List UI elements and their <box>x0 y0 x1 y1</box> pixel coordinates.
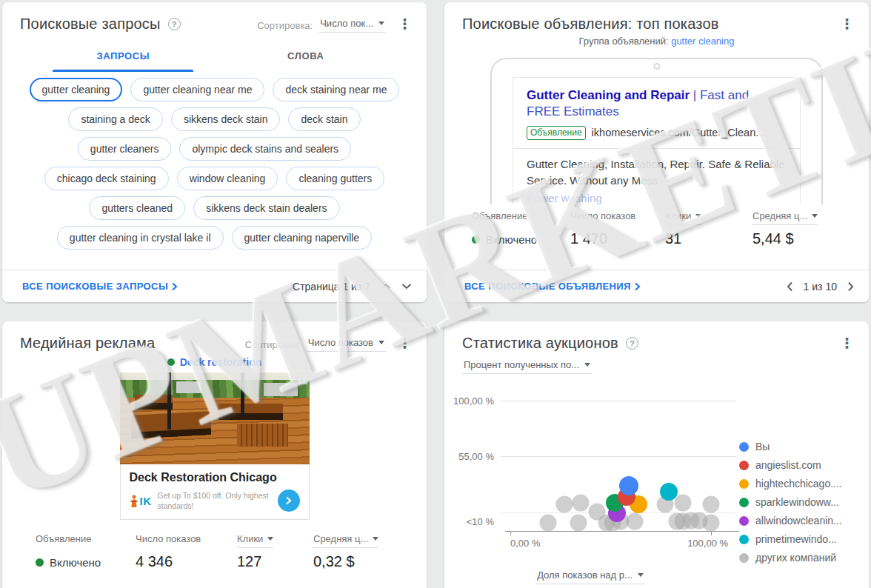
stat-header-ad: Объявление <box>36 533 136 549</box>
help-icon[interactable]: ? <box>626 337 638 350</box>
legend-item: allwindowcleanin... <box>739 515 842 527</box>
display-ad-preview[interactable]: i Deck Restoration Chicago IK Get up To … <box>120 372 310 520</box>
tabs: ЗАПРОСЫ СЛОВА <box>2 41 427 72</box>
arrow-right-icon <box>285 496 292 505</box>
query-chip[interactable]: staining a deck <box>68 107 162 131</box>
search-ad-preview: Gutter Cleaning and Repair | Fast and FR… <box>513 77 801 204</box>
query-chip[interactable]: deck staining near me <box>273 78 399 101</box>
photo-planter <box>176 381 201 393</box>
impressions-value: 1 470 <box>570 230 665 247</box>
kebab-menu-icon[interactable]: ⋮ <box>835 16 858 33</box>
chevron-right-icon[interactable] <box>847 281 854 292</box>
ad-group-link[interactable]: Deck restoration <box>180 356 261 368</box>
legend-label: primetimewindo... <box>755 533 837 545</box>
display-ads-card: Медийная реклама Сортировка: Число показ… <box>2 321 427 588</box>
legend-dot <box>739 461 749 470</box>
scatter-bubble <box>703 515 720 532</box>
legend-item: primetimewindo... <box>739 533 842 545</box>
avg-cost-value: 5,44 $ <box>752 230 858 247</box>
scatter-bubble <box>556 496 573 513</box>
clicks-column-dropdown[interactable]: Клики <box>237 533 273 548</box>
legend-dot <box>739 498 749 507</box>
search-queries-card: Поисковые запросы ? Сортировка: Число по… <box>2 2 427 302</box>
photo-planter <box>264 383 298 396</box>
sort-dropdown[interactable]: Число показов <box>307 337 386 352</box>
ad-headline[interactable]: Gutter Cleaning and Repair | Fast and FR… <box>527 87 782 121</box>
sort-dropdown[interactable]: Число пок... <box>318 18 386 33</box>
caret-down-icon <box>812 214 818 218</box>
stats-row: Объявление Включено Число показов 4 346 … <box>2 527 427 570</box>
legend-item: sparklewindoww... <box>739 496 842 508</box>
query-chip[interactable]: gutter cleaning in crystal lake il <box>57 226 224 250</box>
avg-cost-column-dropdown[interactable]: Средняя ц... <box>752 210 818 225</box>
card-title: Поисковые запросы <box>20 16 161 33</box>
y-tick-label: 55,00 % <box>458 451 494 462</box>
avg-cost-column-dropdown[interactable]: Средняя ц... <box>313 533 378 548</box>
x-axis-dropdown[interactable]: Доля показов над р... <box>535 569 645 584</box>
kebab-menu-icon[interactable]: ⋮ <box>835 335 858 352</box>
y-tick-label: 100,00 % <box>453 395 494 407</box>
gridline-100 <box>501 401 736 401</box>
divider <box>513 148 800 149</box>
chevron-right-icon <box>634 282 641 291</box>
legend-dot <box>739 479 749 489</box>
query-chip[interactable]: gutter cleaners <box>78 137 172 161</box>
legend-label: других компаний <box>755 552 836 564</box>
query-chip[interactable]: window cleaning <box>177 167 278 190</box>
all-search-queries-link[interactable]: ВСЕ ПОИСКОВЫЕ ЗАПРОСЫ <box>22 281 293 292</box>
query-chip[interactable]: sikkens deck stain <box>171 107 281 131</box>
help-icon[interactable]: ? <box>168 18 181 30</box>
ad-group-line: Deck restoration <box>2 356 427 368</box>
query-chip[interactable]: olympic deck stains and sealers <box>179 137 351 161</box>
query-chip[interactable]: sikkens deck stain dealers <box>193 196 339 220</box>
caret-down-icon <box>638 573 644 577</box>
clicks-value: 127 <box>237 553 313 570</box>
query-chip[interactable]: cleaning gutters <box>286 167 384 190</box>
ad-badge: Объявление <box>527 126 586 140</box>
chevron-left-icon[interactable] <box>787 281 793 292</box>
query-chip[interactable]: gutter cleaning <box>30 78 123 101</box>
tab-words[interactable]: СЛОВА <box>215 41 398 72</box>
ik-logo: IK <box>130 495 152 507</box>
deck-photo: i <box>120 372 310 464</box>
tab-queries[interactable]: ЗАПРОСЫ <box>32 41 215 72</box>
query-chip[interactable]: chicago deck staining <box>44 167 169 190</box>
metric-dropdown[interactable]: Процент полученных по... <box>462 359 592 374</box>
chevron-down-icon[interactable] <box>401 283 412 290</box>
query-chip[interactable]: deck stain <box>288 107 360 131</box>
chevron-right-icon <box>171 282 178 291</box>
legend-label: hightechchicago.... <box>755 478 842 490</box>
kebab-menu-icon[interactable]: ⋮ <box>393 335 416 352</box>
ad-group-line: Группа объявлений: gutter cleaning <box>444 36 869 47</box>
card-header: Поисковые запросы ? Сортировка: Число по… <box>2 2 427 33</box>
display-ad-panel: Deck Restoration Chicago IK Get up To $1… <box>120 464 310 520</box>
caret-down-icon <box>373 537 378 541</box>
card-title: Статистика аукционов <box>462 335 618 352</box>
adchoices-icon[interactable]: i <box>298 375 307 384</box>
ad-group-link[interactable]: gutter cleaning <box>671 36 734 47</box>
legend-label: angieslist.com <box>755 459 821 471</box>
ad-sitelink[interactable]: Power washing <box>527 192 787 204</box>
kebab-menu-icon[interactable]: ⋮ <box>393 16 416 33</box>
chevron-up-icon[interactable] <box>381 283 391 290</box>
gridline-55 <box>501 456 736 457</box>
stats-row: Объявление Включено Число показов 1 470 … <box>444 204 869 247</box>
stat-header-impressions: Число показов <box>136 533 237 549</box>
query-chip[interactable]: gutters cleaned <box>89 196 185 220</box>
scatter-plot: 100,00 % 55,00 % <10 % 0,00 % 100,00 % <box>501 396 736 544</box>
x-tick <box>711 531 712 535</box>
clicks-column-dropdown[interactable]: Клики <box>665 210 701 225</box>
legend-item: angieslist.com <box>739 459 842 471</box>
status-enabled-icon <box>36 558 44 567</box>
scatter-bubble <box>627 513 644 530</box>
stat-header-ad: Объявление <box>472 210 570 227</box>
query-chip[interactable]: gutter cleaning naperville <box>232 226 373 250</box>
scatter-bubble <box>703 496 720 513</box>
ad-cta-arrow-button[interactable] <box>278 490 300 512</box>
caret-down-icon <box>267 537 273 541</box>
offer-text: Get up To $100 off. Only highest standar… <box>158 490 272 511</box>
all-search-ads-link[interactable]: ВСЕ ПОИСКОВЫЕ ОБЪЯВЛЕНИЯ <box>464 281 787 292</box>
x-tick <box>510 531 511 535</box>
query-chip[interactable]: gutter cleaning near me <box>130 78 264 101</box>
ad-description: Gutter Cleaning, Installation, Repair. S… <box>527 156 787 189</box>
